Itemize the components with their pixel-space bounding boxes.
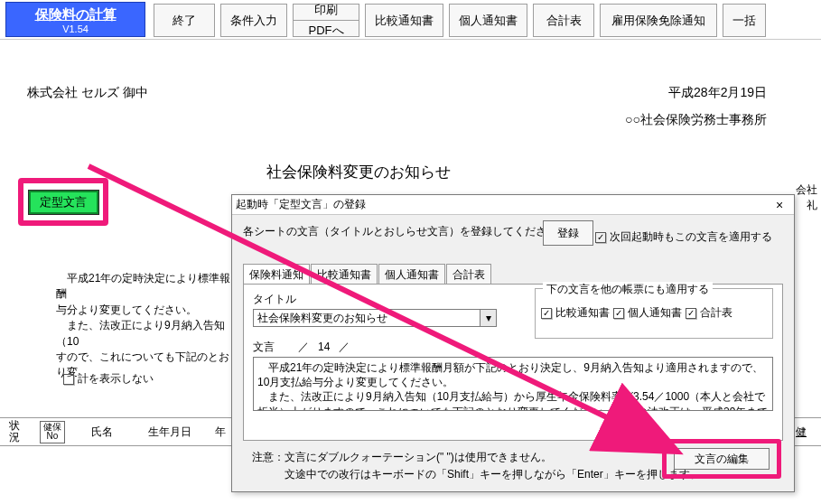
col-status: 状 況 (0, 420, 29, 443)
tab-total[interactable]: 合計表 (446, 264, 491, 285)
tab-compare[interactable]: 比較通知書 (311, 264, 378, 285)
register-button[interactable]: 登録 (543, 220, 593, 246)
template-dialog: 起動時「定型文言」の登録 × 各シートの文言（タイトルとおしらせ文言）を登録して… (231, 194, 795, 492)
apply-next-label: 次回起動時もこの文言を適用する (610, 229, 772, 245)
dialog-panel: タイトル 社会保険料変更のお知らせ ▾ 下の文言を他の帳票にも適用する 比較通知… (243, 284, 783, 441)
koyo-button[interactable]: 雇用保険免除通知 (600, 4, 717, 37)
apply-next-row[interactable]: 次回起動時もこの文言を適用する (595, 229, 772, 245)
body-fragment: 平成21年の定時決定により標準報酬 与分より変更してください。 また、法改正によ… (56, 271, 232, 381)
compare-button[interactable]: 比較通知書 (365, 4, 443, 37)
addressee: 株式会社 セルズ 御中 (27, 85, 148, 101)
end-button[interactable]: 終了 (154, 4, 215, 37)
grp-compare-checkbox[interactable] (541, 308, 552, 319)
pdf-label: PDFへ (294, 21, 359, 41)
show-total-row[interactable]: 計を表示しない (63, 371, 154, 387)
apply-next-checkbox[interactable] (595, 232, 606, 243)
individual-button[interactable]: 個人通知書 (449, 4, 527, 37)
app-version: V1.54 (6, 23, 145, 34)
col-name: 氏名 (70, 425, 134, 440)
dialog-titlebar: 起動時「定型文言」の登録 × (232, 195, 794, 215)
bungen-label: 文言 (253, 340, 275, 355)
main-toolbar: 保険料の計算 V1.54 終了 条件入力 印刷 PDFへ 比較通知書 個人通知書… (0, 0, 821, 40)
line-info: ／ 14 ／ (298, 340, 350, 355)
grp-individual-checkbox[interactable] (613, 308, 624, 319)
tab-hokenryo[interactable]: 保険料通知 (243, 264, 310, 285)
close-icon[interactable]: × (769, 198, 790, 212)
show-total-checkbox[interactable] (63, 374, 74, 385)
edit-button[interactable]: 文言の編集 (674, 448, 770, 470)
bungen-textarea[interactable]: 平成21年の定時決定により標準報酬月額が下記のとおり決定し、9月納入告知より適用… (253, 357, 773, 411)
app-title: 保険料の計算 V1.54 (5, 2, 145, 37)
edit-button-highlight: 文言の編集 (662, 439, 781, 479)
apply-other-group: 下の文言を他の帳票にも適用する 比較通知書 個人通知書 合計表 (535, 288, 773, 339)
document-title: 社会保険料変更のお知らせ (266, 162, 451, 182)
grp-total-checkbox[interactable] (686, 308, 696, 319)
template-button[interactable]: 定型文言 (29, 191, 98, 214)
total-button[interactable]: 合計表 (533, 4, 594, 37)
template-button-highlight: 定型文言 (18, 178, 108, 226)
issue-date: 平成28年2月19日 (668, 85, 767, 101)
col-kenpo-no: 健保 No (40, 421, 65, 443)
grp-individual[interactable]: 個人通知書 (613, 305, 682, 321)
grp-compare[interactable]: 比較通知書 (541, 305, 610, 321)
col-birth: 生年月日 (134, 425, 206, 440)
show-total-label: 計を表示しない (78, 371, 154, 387)
tab-individual[interactable]: 個人通知書 (378, 264, 445, 285)
document-area: 株式会社 セルズ 御中 平成28年2月19日 ○○社会保険労務士事務所 社会保険… (0, 40, 821, 76)
col-year: 年 (206, 425, 233, 440)
conditions-button[interactable]: 条件入力 (220, 4, 287, 37)
app-name: 保険料の計算 (6, 6, 145, 23)
grp-total[interactable]: 合計表 (686, 305, 732, 321)
title-combo[interactable]: 社会保険料変更のお知らせ ▾ (253, 309, 497, 327)
chevron-down-icon[interactable]: ▾ (480, 310, 496, 326)
print-pdf-button[interactable]: 印刷 PDFへ (293, 4, 359, 37)
dialog-tabs: 保険料通知 比較通知書 個人通知書 合計表 (243, 263, 783, 284)
office-name: ○○社会保険労務士事務所 (625, 112, 767, 128)
print-label: 印刷 (294, 0, 359, 21)
dialog-title: 起動時「定型文言」の登録 (236, 197, 366, 212)
group-legend: 下の文言を他の帳票にも適用する (543, 282, 713, 297)
batch-button[interactable]: 一括 (723, 4, 766, 37)
corner-label: 会社 礼 (796, 182, 817, 213)
title-value: 社会保険料変更のお知らせ (254, 311, 480, 326)
